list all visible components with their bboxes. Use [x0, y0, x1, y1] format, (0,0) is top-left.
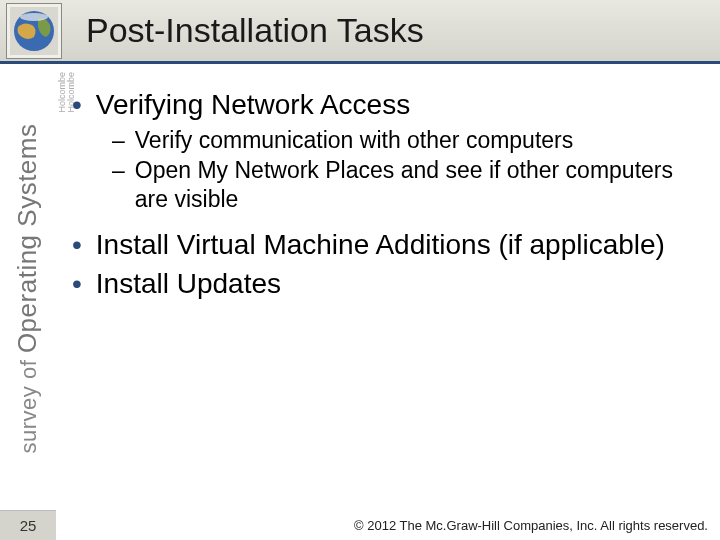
bullet-level-1: • Install Updates [68, 267, 700, 301]
bullet-text: Install Virtual Machine Additions (if ap… [96, 228, 665, 262]
bullet-level-1: • Verifying Network Access [68, 88, 700, 122]
bullet-level-1: • Install Virtual Machine Additions (if … [68, 228, 700, 262]
globe-icon [6, 3, 62, 59]
sidebar-main: Operating Systems [13, 124, 43, 354]
page-number: 25 [0, 510, 56, 540]
slide-footer: 25 © 2012 The Mc.Graw-Hill Companies, In… [0, 510, 720, 540]
bullet-dot-icon: • [72, 228, 82, 262]
sidebar-prefix: survey of [17, 360, 42, 454]
bullet-text: Install Updates [96, 267, 281, 301]
bullet-dot-icon: • [72, 267, 82, 301]
bullet-text: Verify communication with other computer… [135, 126, 573, 155]
bullet-dash-icon: – [112, 126, 125, 155]
slide-title: Post-Installation Tasks [86, 11, 424, 50]
slide-body: • Verifying Network Access – Verify comm… [68, 82, 700, 500]
bullet-dash-icon: – [112, 156, 125, 214]
svg-point-2 [20, 13, 48, 21]
book-title-sidebar: survey of Operating Systems [0, 67, 56, 510]
bullet-text: Open My Network Places and see if other … [135, 156, 700, 214]
bullet-level-2: – Verify communication with other comput… [112, 126, 700, 155]
slide-header: Post-Installation Tasks [0, 0, 720, 64]
copyright-text: © 2012 The Mc.Graw-Hill Companies, Inc. … [354, 518, 708, 533]
bullet-dot-icon: • [72, 88, 82, 122]
bullet-level-2: – Open My Network Places and see if othe… [112, 156, 700, 214]
bullet-text: Verifying Network Access [96, 88, 410, 122]
